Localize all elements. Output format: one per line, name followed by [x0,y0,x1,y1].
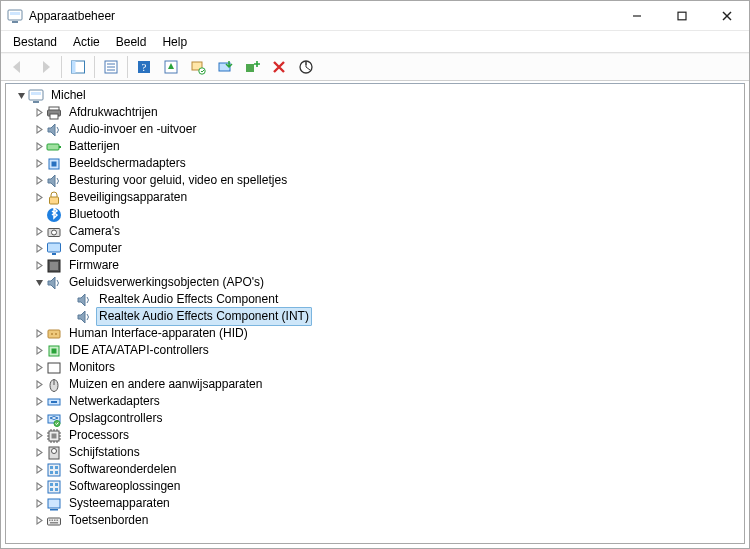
tree-item[interactable]: Afdrukwachtrijen [14,104,744,121]
minimize-button[interactable] [614,1,659,31]
expand-toggle[interactable] [32,497,46,511]
expand-toggle[interactable] [14,89,28,103]
keyboard-icon [46,513,62,529]
expand-toggle[interactable] [32,514,46,528]
toolbar-disable-button[interactable] [293,56,319,78]
expand-toggle[interactable] [32,242,46,256]
device-tree[interactable]: MichelAfdrukwachtrijenAudio-invoer en -u… [6,84,744,543]
expand-toggle[interactable] [32,174,46,188]
tree-item-label: Netwerkadapters [66,393,163,410]
toolbar-separator [61,56,62,78]
toolbar-separator [127,56,128,78]
tree-item-label: Muizen en andere aanwijsapparaten [66,376,265,393]
expand-toggle[interactable] [32,446,46,460]
tree-item-label: Realtek Audio Effects Component (INT) [96,307,312,326]
tree-item[interactable]: Computer [14,240,744,257]
lock-icon [46,190,62,206]
tree-item[interactable]: Beveiligingsapparaten [14,189,744,206]
svg-text:?: ? [142,61,147,73]
expand-toggle[interactable] [32,259,46,273]
tree-item[interactable]: Toetsenborden [14,512,744,529]
tree-item-label: Camera's [66,223,123,240]
toolbar-back-button[interactable] [5,56,31,78]
tree-item[interactable]: IDE ATA/ATAPI-controllers [14,342,744,359]
tree-item[interactable]: Softwareoplossingen [14,478,744,495]
expand-toggle[interactable] [32,429,46,443]
expand-toggle[interactable] [32,225,46,239]
expand-toggle[interactable] [32,327,46,341]
tree-item-label: Firmware [66,257,122,274]
expand-toggle[interactable] [32,361,46,375]
hid-icon [46,326,62,342]
tree-item-label: Audio-invoer en -uitvoer [66,121,199,138]
expand-toggle[interactable] [32,140,46,154]
tree-item[interactable]: Opslagcontrollers [14,410,744,427]
bluetooth-icon [46,207,62,223]
display-icon [46,360,62,376]
tree-item-label: Geluidsverwerkingsobjecten (APO's) [66,274,267,291]
tree-item[interactable]: Monitors [14,359,744,376]
expand-toggle[interactable] [32,480,46,494]
tree-item[interactable]: Muizen en andere aanwijsapparaten [14,376,744,393]
tree-item-label: Systeemapparaten [66,495,173,512]
processor-icon [46,428,62,444]
tree-item-label: Softwareoplossingen [66,478,183,495]
expand-toggle[interactable] [32,123,46,137]
tree-item[interactable]: Camera's [14,223,744,240]
expand-toggle[interactable] [32,395,46,409]
expand-toggle[interactable] [32,157,46,171]
maximize-button[interactable] [659,1,704,31]
tree-item-label: Afdrukwachtrijen [66,104,161,121]
tree-item[interactable]: Batterijen [14,138,744,155]
tree-item-label: Besturing voor geluid, video en spelletj… [66,172,290,189]
content-pane: MichelAfdrukwachtrijenAudio-invoer en -u… [5,83,745,544]
toolbar-add-device-button[interactable] [239,56,265,78]
app-icon [7,8,23,24]
tree-item[interactable]: Realtek Audio Effects Component (INT) [14,308,744,325]
menu-action[interactable]: Actie [65,33,108,51]
tree-root[interactable]: Michel [14,87,744,104]
tree-item[interactable]: Firmware [14,257,744,274]
toolbar-forward-button[interactable] [32,56,58,78]
speaker-icon [76,292,92,308]
svg-rect-1 [10,12,20,15]
expand-toggle[interactable] [32,463,46,477]
toolbar-update-driver-button[interactable] [212,56,238,78]
expand-toggle[interactable] [32,276,46,290]
expand-toggle[interactable] [32,378,46,392]
camera-icon [46,224,62,240]
tree-item[interactable]: Processors [14,427,744,444]
tree-item[interactable]: Audio-invoer en -uitvoer [14,121,744,138]
tree-item[interactable]: Schijfstations [14,444,744,461]
menu-bar: Bestand Actie Beeld Help [1,31,749,53]
menu-help[interactable]: Help [154,33,195,51]
expand-toggle[interactable] [32,412,46,426]
toolbar-show-hide-tree-button[interactable] [65,56,91,78]
software-icon [46,462,62,478]
expand-toggle[interactable] [32,106,46,120]
tree-item[interactable]: Realtek Audio Effects Component [14,291,744,308]
tree-item[interactable]: Bluetooth [14,206,744,223]
close-button[interactable] [704,1,749,31]
tree-item[interactable]: Netwerkadapters [14,393,744,410]
tree-item[interactable]: Systeemapparaten [14,495,744,512]
tree-item-label: Human Interface-apparaten (HID) [66,325,251,342]
expand-toggle[interactable] [32,191,46,205]
toolbar-properties-button[interactable] [98,56,124,78]
tree-item[interactable]: Human Interface-apparaten (HID) [14,325,744,342]
toolbar-help-button[interactable]: ? [131,56,157,78]
toolbar-scan-hardware-button[interactable] [185,56,211,78]
tree-item[interactable]: Beeldschermadapters [14,155,744,172]
tree-item[interactable]: Geluidsverwerkingsobjecten (APO's) [14,274,744,291]
tree-item[interactable]: Besturing voor geluid, video en spelletj… [14,172,744,189]
menu-file[interactable]: Bestand [5,33,65,51]
tree-item-label: Monitors [66,359,118,376]
tree-item-label: Opslagcontrollers [66,410,165,427]
expand-toggle[interactable] [32,344,46,358]
menu-view[interactable]: Beeld [108,33,155,51]
svg-point-17 [199,68,205,74]
toolbar-uninstall-button[interactable] [266,56,292,78]
tree-item[interactable]: Softwareonderdelen [14,461,744,478]
toolbar-action-button[interactable] [158,56,184,78]
tree-item-label: Toetsenborden [66,512,151,529]
